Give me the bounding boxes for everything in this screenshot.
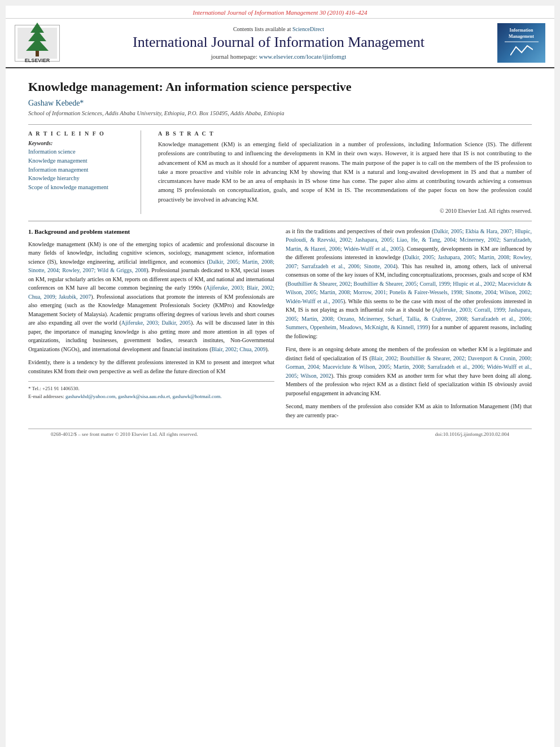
citation-bar: International Journal of Information Man…: [6, 6, 554, 19]
keyword-2: Knowledge management: [28, 156, 132, 165]
citation-text: International Journal of Information Man…: [193, 9, 368, 16]
journal-name: International Journal of Information Man…: [65, 33, 492, 51]
article-author: Gashaw Kebede*: [28, 99, 532, 108]
keywords-list: Information science Knowledge management…: [28, 147, 132, 192]
journal-title-section: Contents lists available at ScienceDirec…: [65, 26, 492, 59]
footer-bar: 0268-4012/$ – see front matter © 2010 El…: [28, 429, 532, 439]
keyword-4: Knowledge hierarchy: [28, 174, 132, 183]
keyword-3: Information management: [28, 165, 132, 174]
footnote: * Tel.: +251 91 1406530. E-mail addresse…: [28, 381, 274, 400]
contents-line: Contents lists available at ScienceDirec…: [65, 26, 492, 32]
left-para-2: Evidently, there is a tendency by the di…: [28, 358, 274, 375]
right-para-3: Second, many members of the profession a…: [286, 402, 532, 420]
article-title: Knowledge management: An information sci…: [28, 80, 532, 94]
left-para-1: Knowledge management (KM) is one of the …: [28, 240, 274, 354]
copyright: © 2010 Elsevier Ltd. All rights reserved…: [158, 208, 532, 214]
footnote-tel: * Tel.: +251 91 1406530.: [28, 385, 274, 393]
footer-doi: doi:10.1016/j.ijinfomgt.2010.02.004: [435, 431, 509, 437]
keyword-5: Scope of knowledge management: [28, 183, 132, 192]
abstract-col: A B S T R A C T Knowledge management (KM…: [158, 130, 532, 214]
article-info-col: A R T I C L E I N F O Keywords: Informat…: [28, 130, 141, 214]
sciencedirect-link[interactable]: ScienceDirect: [292, 26, 324, 32]
section-1-heading: 1. Background and problem statement: [28, 227, 274, 237]
abstract-text: Knowledge management (KM) is an emerging…: [158, 140, 532, 204]
article-affiliation: School of Information Sciences, Addis Ab…: [28, 110, 532, 116]
article-info-row: A R T I C L E I N F O Keywords: Informat…: [28, 124, 532, 214]
footer-issn: 0268-4012/$ – see front matter © 2010 El…: [51, 431, 198, 437]
body-columns: 1. Background and problem statement Know…: [28, 227, 532, 425]
left-column: 1. Background and problem statement Know…: [28, 227, 274, 425]
article-info-label: A R T I C L E I N F O: [28, 130, 132, 137]
journal-logo: InformationManagement: [497, 23, 545, 63]
abstract-label: A B S T R A C T: [158, 130, 532, 137]
right-para-1: as it fits the traditions and perspectiv…: [286, 227, 532, 341]
section-divider: [28, 221, 532, 221]
page: International Journal of Information Man…: [6, 6, 554, 747]
journal-header: ELSEVIER Contents lists available at Sci…: [6, 19, 554, 68]
journal-homepage-link[interactable]: www.elsevier.com/locate/ijinfomgt: [259, 53, 346, 60]
footnote-email: E-mail addresses: gashawkhd@yahoo.com, g…: [28, 393, 274, 401]
keywords-label: Keywords:: [28, 140, 132, 146]
main-content: Knowledge management: An information sci…: [6, 68, 554, 451]
keyword-1: Information science: [28, 147, 132, 156]
journal-homepage: journal homepage: www.elsevier.com/locat…: [65, 53, 492, 60]
right-column: as it fits the traditions and perspectiv…: [286, 227, 532, 425]
footnote-email-addresses: gashawkhd@yahoo.com, gashawk@sisa.aau.ed…: [65, 394, 222, 399]
elsevier-logo: ELSEVIER: [15, 25, 60, 62]
right-para-2: First, there is an ongoing debate among …: [286, 345, 532, 397]
